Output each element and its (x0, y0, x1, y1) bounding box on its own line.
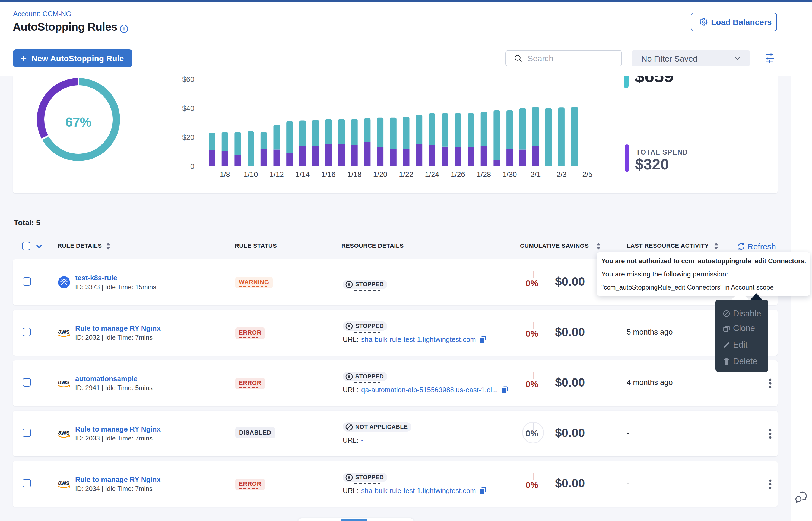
svg-text:0: 0 (190, 162, 194, 171)
svg-text:2/1: 2/1 (531, 171, 541, 179)
svg-text:$60: $60 (182, 76, 194, 84)
svg-text:$20: $20 (182, 133, 194, 141)
svg-text:1/30: 1/30 (503, 171, 517, 179)
svg-text:1/12: 1/12 (270, 171, 284, 179)
svg-text:aws: aws (58, 479, 69, 486)
svg-text:1/18: 1/18 (347, 171, 362, 179)
svg-text:1/14: 1/14 (296, 171, 310, 179)
svg-text:1/8: 1/8 (220, 171, 230, 179)
svg-text:aws: aws (58, 429, 69, 436)
svg-text:1/26: 1/26 (451, 171, 465, 179)
svg-text:$40: $40 (182, 104, 194, 113)
svg-text:1/24: 1/24 (425, 171, 440, 179)
svg-text:1/22: 1/22 (399, 171, 413, 179)
svg-text:2/3: 2/3 (556, 171, 567, 179)
svg-text:1/10: 1/10 (244, 171, 258, 179)
svg-text:aws: aws (58, 379, 69, 385)
svg-text:1/28: 1/28 (476, 171, 491, 179)
svg-text:1/20: 1/20 (373, 171, 387, 179)
svg-text:2/5: 2/5 (582, 171, 593, 179)
svg-text:aws: aws (58, 328, 69, 335)
svg-text:1/16: 1/16 (321, 171, 336, 179)
